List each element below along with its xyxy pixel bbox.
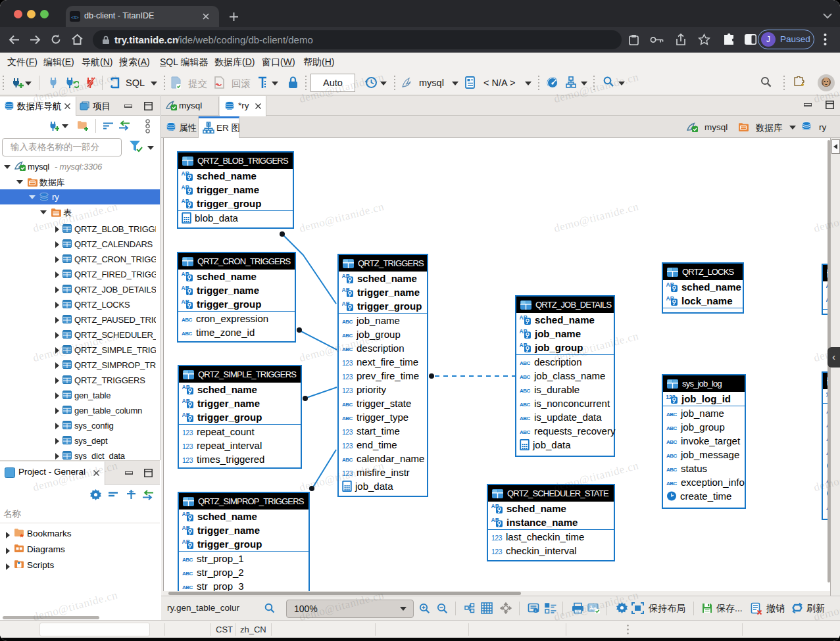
svg-text:<t>: <t> [71,14,79,20]
svg-text:i: i [535,609,536,613]
